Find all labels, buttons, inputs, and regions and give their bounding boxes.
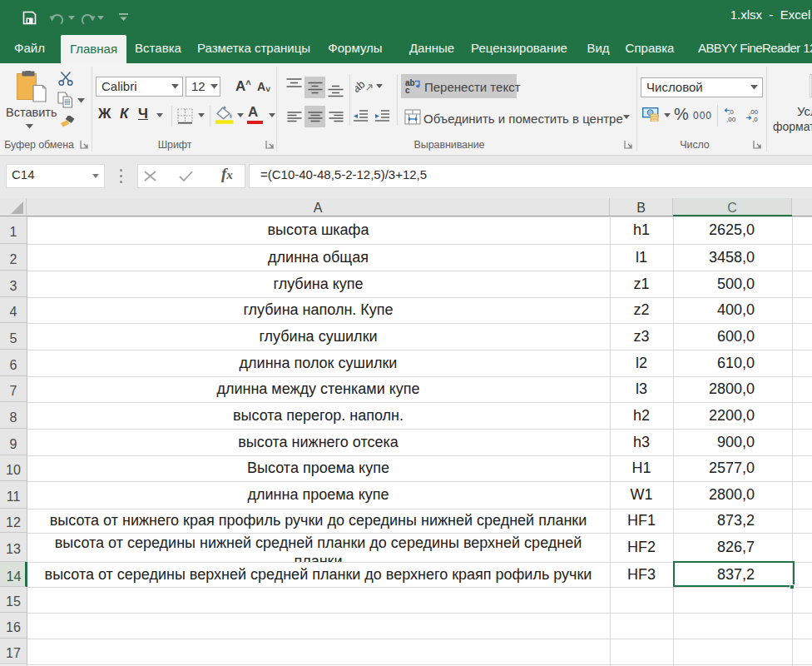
svg-text:,00: ,00 xyxy=(749,108,759,116)
svg-text:,0: ,0 xyxy=(752,116,758,122)
svg-text:,0: ,0 xyxy=(728,108,734,116)
svg-text:c: c xyxy=(405,86,410,94)
svg-text:ab: ab xyxy=(355,77,367,95)
svg-text:,00: ,00 xyxy=(726,116,736,122)
